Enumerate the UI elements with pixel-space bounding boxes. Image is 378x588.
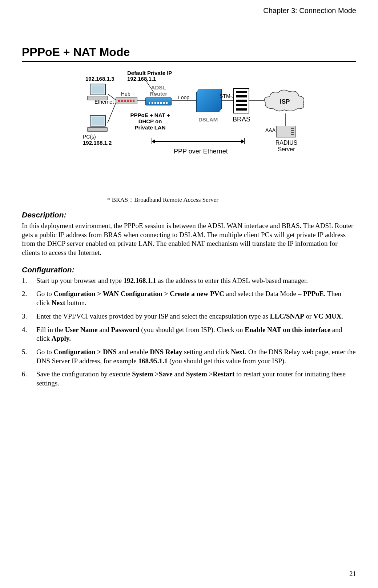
ethernet-label: Ethernet — [94, 99, 114, 105]
configuration-heading: Configuration: — [22, 265, 356, 274]
step-item: Enter the VPI/VCI values provided by you… — [22, 312, 356, 321]
aaa-label: AAA — [265, 127, 276, 133]
adsl-router-label: ADSL Router — [145, 84, 172, 97]
dslam-icon — [196, 89, 222, 112]
page-content: PPPoE + NAT Mode 192.168.1.3 Default Pri… — [22, 45, 356, 392]
description-text: In this deployment environment, the PPPo… — [22, 221, 356, 257]
isp-label: ISP — [280, 98, 290, 105]
svg-line-1 — [108, 102, 116, 123]
hub-label: Hub — [121, 91, 130, 97]
step-item: Go to Configuration > WAN Configuration … — [22, 289, 356, 307]
section-title: PPPoE + NAT Mode — [22, 45, 356, 59]
step-item: Save the configuration by execute System… — [22, 370, 356, 388]
stm1-label: STM-1 — [220, 93, 235, 99]
step-item: Fill in the User Name and Password (you … — [22, 325, 356, 343]
page-header: Chapter 3: Connection Mode — [263, 7, 356, 15]
ppp-over-ethernet-label: PPP over Ethernet — [174, 148, 228, 155]
description-heading: Description: — [22, 211, 356, 219]
step-item: Start up your browser and type 192.168.1… — [22, 276, 356, 285]
default-ip-value: 192.168.1.1 — [127, 76, 156, 82]
bras-icon — [233, 88, 249, 113]
dslam-label: DSLAM — [198, 116, 218, 123]
network-diagram: 192.168.1.3 Default Private IP 192.168.1… — [73, 68, 334, 192]
default-ip-label: Default Private IP — [127, 70, 172, 76]
pcs-label: PC(s) — [83, 134, 96, 140]
bras-label: BRAS — [233, 116, 250, 123]
bras-footnote: * BRAS：Broadband Remote Access Server — [107, 196, 356, 204]
router-icon — [145, 97, 172, 105]
loop-label: Loop — [178, 95, 189, 100]
step-item: Go to Configuration > DNS and enable DNS… — [22, 348, 356, 365]
title-rule — [22, 61, 356, 62]
hub-icon — [116, 97, 137, 104]
server-icon — [276, 126, 296, 137]
pc1-ip-label: 192.168.1.3 — [85, 76, 114, 82]
configuration-steps: Start up your browser and type 192.168.1… — [22, 276, 356, 388]
header-rule — [22, 17, 358, 17]
ppp-span-arrow — [152, 141, 244, 142]
mode-label: PPPoE + NAT + DHCP on Private LAN — [126, 112, 174, 131]
pc-icon — [87, 115, 108, 133]
pc2-ip-label: 192.168.1.2 — [83, 140, 112, 146]
page-number: 21 — [349, 570, 356, 578]
radius-label: RADIUS Server — [272, 140, 301, 153]
